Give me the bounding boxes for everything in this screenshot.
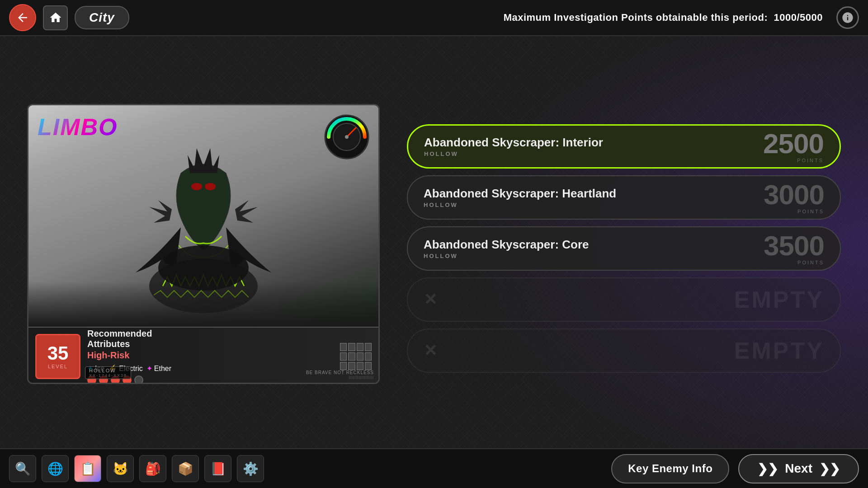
double-arrow-icon: ❯❯ bbox=[757, 461, 778, 476]
grid-cell bbox=[348, 352, 355, 361]
location-sub-2: HOLLOW bbox=[424, 202, 755, 208]
gauge-meter bbox=[322, 112, 372, 162]
location-item-1[interactable]: Abandoned Skyscraper: Interior HOLLOW 25… bbox=[407, 124, 841, 169]
risk-label: High-Risk bbox=[87, 350, 333, 361]
location-name-1: Abandoned Skyscraper: Interior HOLLOW bbox=[424, 136, 754, 157]
back-button[interactable] bbox=[9, 4, 36, 31]
recommended-label: Recommended bbox=[87, 328, 333, 339]
location-sub-3: HOLLOW bbox=[424, 253, 755, 259]
nav-character[interactable]: 🐱 bbox=[107, 455, 134, 482]
grid-cell bbox=[340, 352, 347, 361]
card-footer: HOLLOW XX-1744-XX38 BE BRAVE NOT RECKLES… bbox=[85, 366, 374, 379]
empty-label-2: EMPTY bbox=[734, 337, 824, 364]
grid-cell bbox=[348, 343, 355, 351]
image-gradient bbox=[28, 282, 378, 327]
nav-search[interactable]: 🔍 bbox=[9, 455, 36, 482]
brave-text: BE BRAVE NOT RECKLESS bbox=[306, 370, 374, 375]
next-button[interactable]: ❯❯ Next ❯❯ bbox=[738, 454, 859, 483]
key-enemy-info-button[interactable]: Key Enemy Info bbox=[611, 454, 729, 483]
nav-bag[interactable]: 🎒 bbox=[139, 455, 166, 482]
nav-settings[interactable]: ⚙️ bbox=[237, 455, 264, 482]
location-sub-1: HOLLOW bbox=[424, 150, 754, 157]
nav-cards[interactable]: 📋 bbox=[74, 455, 101, 482]
home-button[interactable] bbox=[43, 5, 68, 30]
barcode: |||||||||||||||||| bbox=[306, 375, 374, 379]
location-item-2[interactable]: Abandoned Skyscraper: Heartland HOLLOW 3… bbox=[407, 175, 841, 220]
location-item-4: ✕ EMPTY bbox=[407, 277, 841, 322]
location-list: Abandoned Skyscraper: Interior HOLLOW 25… bbox=[407, 115, 841, 373]
next-label: Next bbox=[785, 461, 812, 476]
grid-cell bbox=[365, 343, 372, 351]
svg-point-6 bbox=[205, 183, 216, 190]
location-points-3: 3500 bbox=[764, 232, 824, 260]
empty-label-1: EMPTY bbox=[734, 286, 824, 313]
top-bar: City Maximum Investigation Points obtain… bbox=[0, 0, 868, 36]
location-points-2: 3000 bbox=[764, 181, 824, 209]
back-icon bbox=[16, 11, 29, 24]
bottom-buttons: Key Enemy Info ❯❯ Next ❯❯ bbox=[611, 454, 859, 483]
grid-cell bbox=[365, 352, 372, 361]
next-chevron: ❯❯ bbox=[819, 461, 840, 476]
nav-world[interactable]: 🌐 bbox=[42, 455, 69, 482]
location-points-container-2: 3000 POINTS bbox=[764, 181, 824, 214]
location-item-3[interactable]: Abandoned Skyscraper: Core HOLLOW 3500 P… bbox=[407, 226, 841, 271]
enemy-card: LIMBO bbox=[27, 104, 380, 384]
empty-x-1: ✕ bbox=[424, 290, 437, 309]
nav-storage[interactable]: 📦 bbox=[172, 455, 199, 482]
barcode-area: BE BRAVE NOT RECKLESS |||||||||||||||||| bbox=[306, 370, 374, 379]
location-points-container-3: 3500 POINTS bbox=[764, 232, 824, 265]
next-arrows: ❯❯ bbox=[757, 461, 778, 476]
info-icon bbox=[841, 11, 854, 24]
location-name-2: Abandoned Skyscraper: Heartland HOLLOW bbox=[424, 187, 755, 208]
level-label: LEVEL bbox=[48, 364, 68, 369]
grid-cell bbox=[357, 352, 363, 361]
card-image: LIMBO bbox=[28, 105, 378, 327]
empty-x-2: ✕ bbox=[424, 341, 437, 360]
location-item-5: ✕ EMPTY bbox=[407, 328, 841, 373]
location-points-1: 2500 bbox=[763, 130, 824, 158]
location-name-3: Abandoned Skyscraper: Core HOLLOW bbox=[424, 238, 755, 259]
grid-cell bbox=[340, 343, 347, 351]
city-label: City bbox=[75, 6, 129, 29]
info-button[interactable] bbox=[836, 6, 859, 29]
grid-cell bbox=[357, 343, 363, 351]
location-points-container-1: 2500 POINTS bbox=[763, 130, 824, 163]
enemy-title: LIMBO bbox=[38, 113, 118, 141]
grid-icon bbox=[340, 343, 372, 370]
hollow-badge: HOLLOW XX-1744-XX38 bbox=[85, 366, 131, 379]
card-right-icons bbox=[340, 343, 372, 370]
attributes-label: Attributes bbox=[87, 339, 333, 349]
bottom-bar: 🔍 🌐 📋 🐱 🎒 📦 📕 ⚙️ Key Enemy Info ❯❯ Next … bbox=[0, 448, 868, 488]
investigation-value: 1000/5000 bbox=[774, 12, 823, 23]
main-content: LIMBO bbox=[0, 41, 868, 447]
serial-number: XX-1744-XX38 bbox=[89, 373, 127, 378]
level-number: 35 bbox=[47, 344, 69, 363]
home-icon bbox=[49, 11, 62, 24]
level-box: 35 LEVEL bbox=[35, 334, 80, 379]
svg-point-5 bbox=[191, 183, 202, 190]
nav-book[interactable]: 📕 bbox=[204, 455, 231, 482]
svg-point-3 bbox=[345, 135, 349, 139]
investigation-info: Maximum Investigation Points obtainable … bbox=[504, 12, 823, 23]
